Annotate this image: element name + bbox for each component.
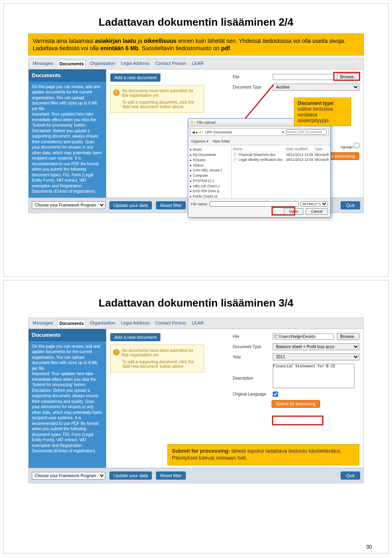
- quit-button-2[interactable]: Quit: [341, 471, 360, 480]
- info-box: No documents have been submitted for thi…: [110, 85, 204, 113]
- update-data-button-2[interactable]: Update your data: [109, 471, 152, 480]
- screenshot-body: Documents On this page you can review, a…: [29, 69, 363, 198]
- sidebar-title-2: Documents: [29, 329, 106, 341]
- info-line1: No documents have been submitted for thi…: [122, 89, 200, 98]
- submit-processing-button-2[interactable]: Submit for processing: [272, 400, 320, 408]
- description-label: Description: [233, 376, 270, 380]
- tab-messages[interactable]: Messages: [31, 60, 55, 67]
- doc-type-select[interactable]: Archive: [273, 84, 359, 91]
- file-input[interactable]: [273, 74, 334, 80]
- add-document-button-2[interactable]: Add a new document: [110, 333, 160, 341]
- sidebar-2: Documents On this page you can review, a…: [29, 329, 106, 468]
- language-checkbox[interactable]: [354, 143, 359, 148]
- tab-lear[interactable]: LEAR: [190, 60, 205, 67]
- tab-legal-address[interactable]: Legal Address: [119, 60, 151, 67]
- reset-filter-button-2[interactable]: Reset filter: [156, 471, 186, 480]
- doc-type-select-2[interactable]: Balance sheet + Profit loss acco: [273, 343, 359, 350]
- filename-label: File name:: [191, 202, 208, 206]
- col-name: Name: [233, 147, 286, 151]
- tab-organisation[interactable]: Organisation: [88, 60, 117, 67]
- main-area-2: Add a new document No documents have bee…: [106, 329, 363, 468]
- tabs-bar: Messages Documents Organisation Legal Ad…: [29, 58, 363, 69]
- quit-button[interactable]: Quit: [341, 201, 360, 209]
- callout-doc-type: Document type: valitse tiedostoa vastaav…: [294, 98, 351, 126]
- new-folder-button[interactable]: New folder: [213, 139, 230, 143]
- sidebar-text: On this page you can review, add and upd…: [32, 84, 103, 194]
- screenshot-body-2: Documents On this page you can review, a…: [29, 329, 363, 468]
- form-panel-2: File Browse.. Document Type Balance shee…: [233, 333, 359, 408]
- file-label: File: [233, 75, 270, 79]
- file-tree[interactable]: ▸ Music▸ My Documents▸ Pictures▸ Videos▸…: [188, 145, 232, 198]
- tabs-bar-2: Messages Documents Organisation Legal Ad…: [29, 318, 363, 329]
- orig-lang-label: Original Language: [233, 392, 270, 396]
- sidebar: Documents On this page you can review, a…: [29, 69, 106, 198]
- add-document-button[interactable]: Add a new document: [110, 73, 160, 82]
- orig-lang-checkbox[interactable]: [273, 391, 278, 397]
- tab-contact-person[interactable]: Contact Person: [154, 60, 188, 67]
- dialog-title: File Upload: [197, 120, 216, 124]
- framework-select[interactable]: Choose your Framework Program: [32, 201, 105, 209]
- tab-documents[interactable]: Documents: [57, 60, 86, 67]
- tab-contact-person[interactable]: Contact Person: [154, 320, 188, 327]
- dialog-toolbar: Organize ▾ New folder: [188, 138, 330, 145]
- file-filter[interactable]: All Files (*.*): [301, 201, 328, 207]
- organize-menu[interactable]: Organize ▾: [191, 139, 209, 143]
- dialog-path[interactable]: ◀ ▸ 📁 URF Documents ▾: [190, 128, 329, 136]
- tab-messages[interactable]: Messages: [31, 320, 55, 327]
- sidebar-text-2: On this page you can review, add and upd…: [32, 344, 103, 454]
- col-type: Type: [315, 147, 322, 151]
- col-date: Date modified: [286, 147, 315, 151]
- slide2-title: Ladattavan dokumentin lisääminen 3/4: [28, 297, 364, 309]
- tab-documents[interactable]: Documents: [57, 320, 86, 327]
- info-line2: To add a supporting document, click the …: [122, 100, 200, 109]
- file-list[interactable]: Name Date modified Type 📄 Financial Stat…: [232, 145, 330, 198]
- highlight-submit: [272, 416, 323, 425]
- tab-legal-address[interactable]: Legal Address: [119, 320, 151, 327]
- open-button[interactable]: Open: [284, 208, 303, 215]
- framework-select-2[interactable]: Choose your Framework Program: [32, 472, 105, 480]
- browse-button-2[interactable]: Browse..: [337, 333, 359, 340]
- main-area: Add a new document No documents have bee…: [106, 69, 363, 198]
- bottom-bar-2: Choose your Framework Program Update you…: [29, 468, 363, 483]
- cancel-button[interactable]: Cancel: [306, 208, 328, 215]
- dialog-search[interactable]: [286, 129, 327, 135]
- screenshot-2: Messages Documents Organisation Legal Ad…: [28, 318, 364, 483]
- file-upload-dialog: 📁 File Upload X ◀ ▸ 📁 URF Documents ▾ Or…: [188, 118, 331, 218]
- page-number: 30: [366, 544, 372, 550]
- tab-lear[interactable]: LEAR: [190, 320, 205, 327]
- filename-input[interactable]: [209, 201, 299, 207]
- callout-submit: Submit for processing: lähetä lopuksi la…: [167, 444, 359, 465]
- description-textarea[interactable]: Financial Statement for B-CO: [273, 364, 354, 388]
- file-input-2[interactable]: [273, 333, 334, 340]
- dialog-bottom: File name: All Files (*.*) Open Cancel: [188, 198, 330, 217]
- folder-icon: 📁: [191, 120, 195, 124]
- tab-organisation[interactable]: Organisation: [88, 320, 117, 327]
- slide-2: Ladattavan dokumentin lisääminen 3/4 Mes…: [3, 280, 389, 554]
- year-select[interactable]: 2011: [273, 353, 359, 360]
- browse-button[interactable]: Browse..: [337, 73, 359, 80]
- year-label: Year: [233, 355, 270, 359]
- slide1-title: Ladattavan dokumentin lisääminen 2/4: [28, 16, 364, 29]
- reset-filter-button[interactable]: Reset filter: [156, 201, 186, 209]
- doc-type-label: Document Type: [233, 85, 270, 89]
- screenshot-1: Messages Documents Organisation Legal Ad…: [28, 58, 364, 213]
- slide1-callout: Varmista aina lataamasi asiakirjan laatu…: [28, 33, 364, 56]
- slide-1: Ladattavan dokumentin lisääminen 2/4 Var…: [3, 3, 389, 277]
- update-data-button[interactable]: Update your data: [109, 201, 152, 209]
- sidebar-title: Documents: [29, 69, 106, 82]
- info-box-2: No documents have been submitted for thi…: [110, 345, 204, 372]
